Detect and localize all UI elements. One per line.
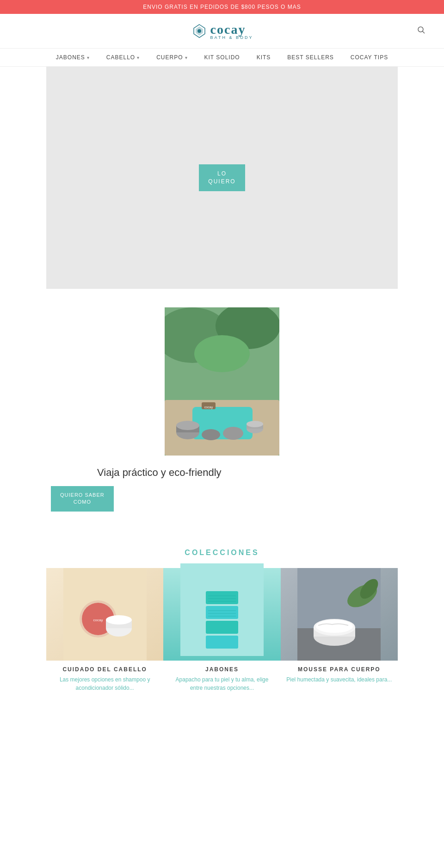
nav-item-kit-solido[interactable]: KIT SOLIDO [204,54,240,61]
collection-item-jabones[interactable]: JABONES Apapacho para tu piel y tu alma,… [163,568,280,692]
collections-section: COLECCIONES cocay CUIDADO DEL CABELLO La… [0,530,444,720]
nav-item-cabello[interactable]: CABELLO ▾ [106,54,140,61]
collection-image-cabello: cocay [46,568,163,661]
logo-gem-icon [191,23,208,39]
collection-desc-jabones: Apapacho para tu piel y tu alma, elige e… [163,675,280,692]
svg-point-8 [194,335,250,372]
logo[interactable]: cocay bath & body [191,22,253,40]
collection-desc-cabello: Las mejores opciones en shampoo y acondi… [46,675,163,692]
chevron-down-icon: ▾ [185,55,188,60]
svg-rect-29 [206,591,238,604]
svg-rect-30 [206,606,238,619]
svg-point-16 [202,429,220,440]
svg-rect-10 [192,407,253,439]
main-nav: JABONES ▾ CABELLO ▾ CUERPO ▾ KIT SOLIDO … [0,49,444,67]
search-icon[interactable] [417,26,426,37]
chevron-down-icon: ▾ [87,55,90,60]
nav-item-kits[interactable]: KITS [257,54,271,61]
svg-point-3 [418,27,423,32]
travel-title: Viaja práctico y eco-friendly [46,467,398,479]
header: cocay bath & body [0,14,444,49]
svg-point-20 [247,421,263,427]
svg-text:cocay: cocay [204,406,213,409]
collections-grid: cocay CUIDADO DEL CABELLO Las mejores op… [0,568,444,692]
nav-item-cocay-tips[interactable]: COCAY TIPS [351,54,388,61]
collection-name-jabones: JABONES [205,661,239,675]
hero-banner: LOQUIERO [46,67,398,289]
svg-rect-31 [206,621,238,634]
collection-name-cabello: CUIDADO DEL CABELLO [62,661,147,675]
promo-banner: ENVIO GRATIS EN PEDIDOS DE $800 PESOS O … [0,0,444,14]
promo-text: ENVIO GRATIS EN PEDIDOS DE $800 PESOS O … [143,4,301,10]
svg-point-17 [223,427,243,440]
collection-desc-mousse: Piel humectada y suavecita, ideales para… [281,675,397,684]
travel-image: cocay [165,307,279,456]
logo-subtitle: bath & body [210,35,253,40]
collections-title: COLECCIONES [0,549,444,557]
svg-point-27 [106,615,132,624]
nav-item-best-sellers[interactable]: BEST SELLERS [287,54,334,61]
svg-text:cocay: cocay [93,618,103,622]
collection-name-mousse: MOUSSE PARA CUERPO [298,661,381,675]
nav-item-cuerpo[interactable]: CUERPO ▾ [156,54,187,61]
collection-item-cabello[interactable]: cocay CUIDADO DEL CABELLO Las mejores op… [46,568,163,692]
logo-text: cocay [210,22,246,37]
collection-item-mousse[interactable]: MOUSSE PARA CUERPO Piel humectada y suav… [281,568,398,692]
travel-section: cocay Viaja práctico y eco-friendly QUIE… [0,289,444,530]
collection-image-mousse [281,568,398,661]
svg-point-2 [197,29,201,33]
nav-item-jabones[interactable]: JABONES ▾ [56,54,90,61]
lo-quiero-button[interactable]: LOQUIERO [199,164,245,191]
svg-point-46 [316,620,353,633]
svg-rect-32 [206,636,238,649]
collection-image-jabones [163,568,280,661]
chevron-down-icon: ▾ [137,55,140,60]
svg-point-15 [176,421,199,430]
svg-line-4 [423,31,425,33]
quiero-saber-button[interactable]: QUIERO SABERCOMO [51,486,114,512]
